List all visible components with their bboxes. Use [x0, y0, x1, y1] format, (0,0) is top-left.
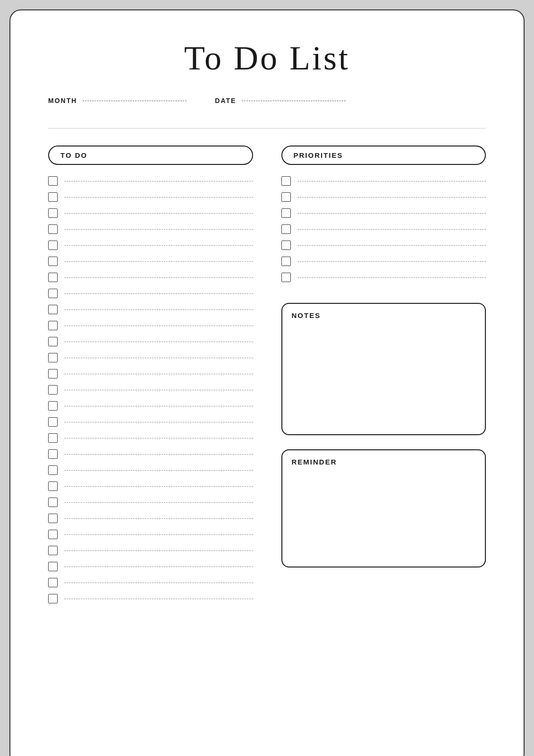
checkbox[interactable]	[48, 449, 58, 459]
todo-item	[48, 321, 253, 330]
todo-item	[48, 401, 253, 411]
priority-item	[281, 208, 486, 218]
checkbox[interactable]	[48, 546, 58, 555]
check-line	[64, 293, 253, 294]
month-label: MONTH	[48, 97, 77, 104]
notes-header: NOTES	[292, 311, 476, 319]
check-line	[64, 550, 253, 551]
checkbox[interactable]	[48, 578, 58, 587]
reminder-section: REMINDER	[281, 449, 486, 567]
priority-item	[281, 224, 486, 234]
checkbox[interactable]	[48, 433, 58, 443]
todo-item	[48, 433, 253, 443]
todo-item	[48, 578, 253, 587]
check-line	[64, 390, 253, 390]
date-label: DATE	[215, 97, 236, 104]
checkbox[interactable]	[48, 176, 58, 186]
checkbox[interactable]	[48, 530, 58, 539]
check-line	[64, 486, 253, 487]
todo-item	[48, 176, 253, 186]
checkbox[interactable]	[281, 257, 291, 266]
checkbox[interactable]	[48, 224, 58, 234]
checkbox[interactable]	[281, 273, 291, 282]
date-field: DATE	[215, 97, 346, 104]
checkbox[interactable]	[48, 369, 58, 378]
check-line	[297, 229, 486, 230]
todo-item	[48, 481, 253, 491]
check-line	[64, 309, 253, 310]
checkbox[interactable]	[48, 481, 58, 491]
checkbox[interactable]	[48, 401, 58, 411]
checkbox[interactable]	[48, 514, 58, 523]
checkbox[interactable]	[48, 208, 58, 218]
todo-item	[48, 337, 253, 346]
checkbox[interactable]	[48, 257, 58, 266]
check-line	[64, 245, 253, 246]
todo-item	[48, 546, 253, 555]
divider	[48, 128, 486, 129]
checkbox[interactable]	[281, 192, 291, 202]
check-line	[297, 261, 486, 262]
checkbox[interactable]	[48, 241, 58, 250]
priorities-checklist	[281, 176, 486, 289]
checkbox[interactable]	[48, 192, 58, 202]
todo-item	[48, 208, 253, 218]
checkbox[interactable]	[48, 321, 58, 330]
priority-item	[281, 257, 486, 266]
todo-item	[48, 385, 253, 395]
check-line	[64, 567, 253, 567]
checkbox[interactable]	[48, 594, 58, 603]
checkbox[interactable]	[281, 241, 291, 250]
checkbox[interactable]	[281, 224, 291, 234]
check-line	[64, 342, 253, 342]
checkbox[interactable]	[48, 498, 58, 507]
date-line	[242, 101, 346, 101]
todo-item	[48, 273, 253, 282]
todo-item	[48, 305, 253, 314]
check-line	[64, 422, 253, 422]
todo-item	[48, 530, 253, 539]
checkbox[interactable]	[48, 337, 58, 346]
checkbox[interactable]	[48, 273, 58, 282]
reminder-content[interactable]	[292, 471, 476, 559]
checkbox[interactable]	[48, 289, 58, 298]
check-line	[64, 261, 253, 262]
checkbox[interactable]	[48, 353, 58, 362]
todo-item	[48, 224, 253, 234]
todo-item	[48, 257, 253, 266]
checkbox[interactable]	[48, 465, 58, 475]
check-line	[64, 438, 253, 438]
todo-item	[48, 369, 253, 378]
check-line	[297, 197, 486, 198]
todo-item	[48, 353, 253, 362]
todo-item	[48, 498, 253, 507]
todo-item	[48, 562, 253, 571]
todo-checklist	[48, 176, 253, 610]
todo-item	[48, 594, 253, 603]
checkbox[interactable]	[48, 385, 58, 395]
todo-item	[48, 192, 253, 202]
todo-item	[48, 241, 253, 250]
priorities-section: PRIORITIES	[281, 146, 486, 289]
todo-item	[48, 465, 253, 475]
check-line	[64, 502, 253, 503]
check-line	[64, 326, 253, 326]
checkbox[interactable]	[281, 176, 291, 186]
check-line	[64, 518, 253, 519]
check-line	[297, 181, 486, 181]
checkbox[interactable]	[48, 562, 58, 571]
checkbox[interactable]	[48, 305, 58, 314]
notes-content[interactable]	[292, 324, 476, 427]
check-line	[297, 245, 486, 246]
meta-row: MONTH DATE	[48, 97, 486, 104]
check-line	[64, 229, 253, 230]
checkbox[interactable]	[281, 208, 291, 218]
check-line	[64, 213, 253, 214]
priority-item	[281, 241, 486, 250]
month-line	[83, 101, 186, 101]
notes-section: NOTES	[281, 303, 486, 435]
todo-column: TO DO	[48, 146, 253, 610]
check-line	[64, 374, 253, 374]
todo-item	[48, 289, 253, 298]
checkbox[interactable]	[48, 417, 58, 427]
